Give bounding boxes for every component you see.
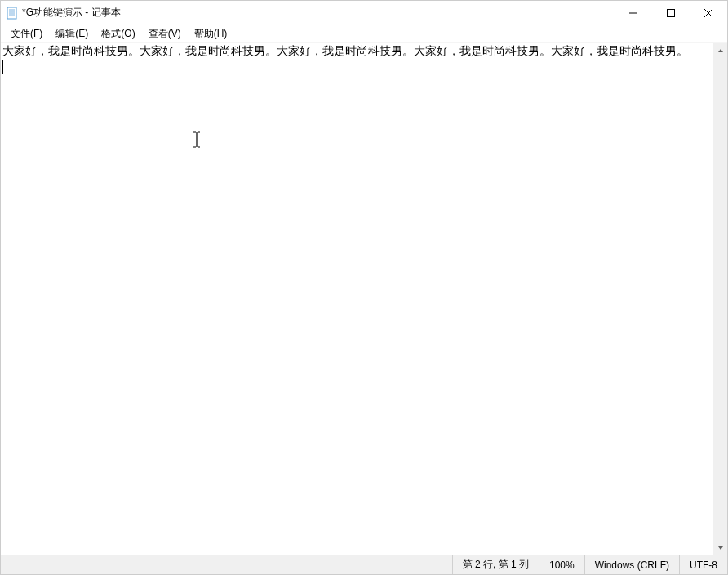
status-line-ending: Windows (CRLF) [584,555,679,574]
titlebar: *G功能键演示 - 记事本 [1,1,727,25]
menu-help[interactable]: 帮助(H) [188,25,234,42]
window-controls [615,1,727,25]
status-position: 第 2 行, 第 1 列 [452,555,539,574]
menu-view[interactable]: 查看(V) [142,25,188,42]
maximize-button[interactable] [652,1,690,25]
svg-rect-6 [668,9,675,16]
menu-edit[interactable]: 编辑(E) [49,25,95,42]
text-cursor [2,60,3,74]
text-area[interactable]: 大家好，我是时尚科技男。大家好，我是时尚科技男。大家好，我是时尚科技男。大家好，… [1,43,727,555]
status-zoom: 100% [539,555,584,574]
scroll-down-arrow-icon[interactable] [713,541,727,555]
window-title: *G功能键演示 - 记事本 [22,6,121,20]
menubar: 文件(F) 编辑(E) 格式(O) 查看(V) 帮助(H) [1,25,727,43]
scroll-up-arrow-icon[interactable] [713,43,727,57]
statusbar: 第 2 行, 第 1 列 100% Windows (CRLF) UTF-8 [1,555,727,574]
document-text: 大家好，我是时尚科技男。大家好，我是时尚科技男。大家好，我是时尚科技男。大家好，… [2,44,688,57]
notepad-icon [6,7,19,20]
status-encoding: UTF-8 [679,555,727,574]
menu-format[interactable]: 格式(O) [95,25,141,42]
scroll-track[interactable] [713,57,727,541]
vertical-scrollbar[interactable] [713,43,727,555]
text-content[interactable]: 大家好，我是时尚科技男。大家好，我是时尚科技男。大家好，我是时尚科技男。大家好，… [1,43,727,75]
menu-file[interactable]: 文件(F) [4,25,49,42]
ibeam-cursor-icon [191,131,202,148]
minimize-button[interactable] [615,1,652,25]
close-button[interactable] [690,1,727,25]
